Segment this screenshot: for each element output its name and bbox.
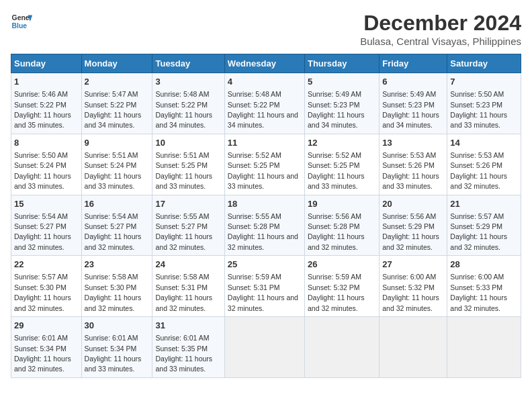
day-number: 22 [14, 259, 79, 271]
calendar-cell: 20Sunrise: 5:56 AMSunset: 5:29 PMDayligh… [380, 195, 447, 256]
calendar-table: SundayMondayTuesdayWednesdayThursdayFrid… [11, 54, 521, 378]
day-header-tuesday: Tuesday [152, 54, 224, 73]
cell-text: Sunrise: 6:00 AMSunset: 5:33 PMDaylight:… [450, 273, 507, 312]
cell-text: Sunrise: 5:49 AMSunset: 5:23 PMDaylight:… [382, 90, 439, 129]
calendar-week-row: 22Sunrise: 5:57 AMSunset: 5:30 PMDayligh… [11, 256, 521, 317]
cell-text: Sunrise: 5:48 AMSunset: 5:22 PMDaylight:… [228, 90, 298, 129]
cell-text: Sunrise: 5:55 AMSunset: 5:27 PMDaylight:… [155, 212, 212, 251]
day-number: 31 [155, 320, 221, 332]
calendar-week-row: 1Sunrise: 5:46 AMSunset: 5:22 PMDaylight… [11, 73, 521, 134]
day-number: 9 [85, 137, 150, 149]
day-number: 8 [14, 137, 79, 149]
cell-text: Sunrise: 5:48 AMSunset: 5:22 PMDaylight:… [155, 90, 212, 129]
cell-text: Sunrise: 5:49 AMSunset: 5:23 PMDaylight:… [308, 90, 365, 129]
cell-text: Sunrise: 6:01 AMSunset: 5:34 PMDaylight:… [14, 334, 71, 373]
calendar-cell: 2Sunrise: 5:47 AMSunset: 5:22 PMDaylight… [81, 73, 152, 134]
cell-text: Sunrise: 5:51 AMSunset: 5:25 PMDaylight:… [155, 151, 212, 190]
cell-text: Sunrise: 5:52 AMSunset: 5:25 PMDaylight:… [308, 151, 365, 190]
calendar-cell: 14Sunrise: 5:53 AMSunset: 5:26 PMDayligh… [447, 134, 521, 195]
cell-text: Sunrise: 5:57 AMSunset: 5:29 PMDaylight:… [450, 212, 507, 251]
cell-text: Sunrise: 5:59 AMSunset: 5:31 PMDaylight:… [228, 273, 298, 312]
subtitle: Bulasa, Central Visayas, Philippines [360, 36, 521, 47]
cell-text: Sunrise: 6:00 AMSunset: 5:32 PMDaylight:… [382, 273, 439, 312]
calendar-cell: 17Sunrise: 5:55 AMSunset: 5:27 PMDayligh… [152, 195, 224, 256]
day-number: 15 [14, 198, 79, 210]
day-number: 29 [14, 320, 79, 332]
day-number: 26 [308, 259, 376, 271]
calendar-cell: 11Sunrise: 5:52 AMSunset: 5:25 PMDayligh… [224, 134, 304, 195]
calendar-cell: 9Sunrise: 5:51 AMSunset: 5:24 PMDaylight… [81, 134, 152, 195]
page-header: General Blue December 2024 Bulasa, Centr… [11, 11, 521, 47]
day-number: 13 [382, 137, 444, 149]
day-number: 14 [450, 137, 518, 149]
day-number: 20 [382, 198, 444, 210]
cell-text: Sunrise: 5:58 AMSunset: 5:31 PMDaylight:… [155, 273, 212, 312]
cell-text: Sunrise: 5:59 AMSunset: 5:32 PMDaylight:… [308, 273, 365, 312]
cell-text: Sunrise: 5:54 AMSunset: 5:27 PMDaylight:… [14, 212, 71, 251]
main-title: December 2024 [360, 11, 521, 36]
day-number: 16 [85, 198, 150, 210]
cell-text: Sunrise: 5:50 AMSunset: 5:23 PMDaylight:… [450, 90, 507, 129]
calendar-cell: 15Sunrise: 5:54 AMSunset: 5:27 PMDayligh… [11, 195, 82, 256]
day-header-monday: Monday [81, 54, 152, 73]
cell-text: Sunrise: 5:53 AMSunset: 5:26 PMDaylight:… [382, 151, 439, 190]
calendar-cell: 13Sunrise: 5:53 AMSunset: 5:26 PMDayligh… [380, 134, 447, 195]
day-number: 27 [382, 259, 444, 271]
day-number: 18 [228, 198, 302, 210]
calendar-cell: 16Sunrise: 5:54 AMSunset: 5:27 PMDayligh… [81, 195, 152, 256]
day-number: 3 [155, 76, 221, 88]
calendar-header-row: SundayMondayTuesdayWednesdayThursdayFrid… [11, 54, 521, 73]
day-number: 11 [228, 137, 302, 149]
day-number: 5 [308, 76, 376, 88]
day-number: 4 [228, 76, 302, 88]
day-number: 1 [14, 76, 79, 88]
calendar-cell [380, 317, 447, 378]
day-header-wednesday: Wednesday [224, 54, 304, 73]
calendar-cell: 1Sunrise: 5:46 AMSunset: 5:22 PMDaylight… [11, 73, 82, 134]
calendar-cell: 8Sunrise: 5:50 AMSunset: 5:24 PMDaylight… [11, 134, 82, 195]
calendar-cell: 28Sunrise: 6:00 AMSunset: 5:33 PMDayligh… [447, 256, 521, 317]
day-number: 2 [85, 76, 150, 88]
cell-text: Sunrise: 5:56 AMSunset: 5:29 PMDaylight:… [382, 212, 439, 251]
calendar-cell: 25Sunrise: 5:59 AMSunset: 5:31 PMDayligh… [224, 256, 304, 317]
day-number: 10 [155, 137, 221, 149]
cell-text: Sunrise: 5:53 AMSunset: 5:26 PMDaylight:… [450, 151, 507, 190]
day-number: 25 [228, 259, 302, 271]
cell-text: Sunrise: 5:51 AMSunset: 5:24 PMDaylight:… [85, 151, 142, 190]
day-number: 7 [450, 76, 518, 88]
cell-text: Sunrise: 6:01 AMSunset: 5:35 PMDaylight:… [155, 334, 212, 373]
calendar-cell: 7Sunrise: 5:50 AMSunset: 5:23 PMDaylight… [447, 73, 521, 134]
calendar-cell [304, 317, 379, 378]
logo-icon: General Blue [11, 11, 32, 32]
calendar-cell [224, 317, 304, 378]
calendar-cell: 23Sunrise: 5:58 AMSunset: 5:30 PMDayligh… [81, 256, 152, 317]
day-number: 12 [308, 137, 376, 149]
cell-text: Sunrise: 5:58 AMSunset: 5:30 PMDaylight:… [85, 273, 142, 312]
day-number: 19 [308, 198, 376, 210]
day-header-sunday: Sunday [11, 54, 82, 73]
calendar-cell: 3Sunrise: 5:48 AMSunset: 5:22 PMDaylight… [152, 73, 224, 134]
calendar-cell: 21Sunrise: 5:57 AMSunset: 5:29 PMDayligh… [447, 195, 521, 256]
title-block: December 2024 Bulasa, Central Visayas, P… [360, 11, 521, 47]
logo: General Blue [11, 11, 32, 32]
calendar-cell: 10Sunrise: 5:51 AMSunset: 5:25 PMDayligh… [152, 134, 224, 195]
calendar-week-row: 8Sunrise: 5:50 AMSunset: 5:24 PMDaylight… [11, 134, 521, 195]
day-number: 30 [85, 320, 150, 332]
calendar-cell: 27Sunrise: 6:00 AMSunset: 5:32 PMDayligh… [380, 256, 447, 317]
calendar-week-row: 15Sunrise: 5:54 AMSunset: 5:27 PMDayligh… [11, 195, 521, 256]
day-number: 28 [450, 259, 518, 271]
day-number: 21 [450, 198, 518, 210]
day-header-saturday: Saturday [447, 54, 521, 73]
day-number: 17 [155, 198, 221, 210]
calendar-cell: 22Sunrise: 5:57 AMSunset: 5:30 PMDayligh… [11, 256, 82, 317]
cell-text: Sunrise: 5:56 AMSunset: 5:28 PMDaylight:… [308, 212, 365, 251]
calendar-cell: 12Sunrise: 5:52 AMSunset: 5:25 PMDayligh… [304, 134, 379, 195]
calendar-cell: 30Sunrise: 6:01 AMSunset: 5:34 PMDayligh… [81, 317, 152, 378]
calendar-cell: 19Sunrise: 5:56 AMSunset: 5:28 PMDayligh… [304, 195, 379, 256]
cell-text: Sunrise: 5:57 AMSunset: 5:30 PMDaylight:… [14, 273, 71, 312]
calendar-cell [447, 317, 521, 378]
cell-text: Sunrise: 5:50 AMSunset: 5:24 PMDaylight:… [14, 151, 71, 190]
calendar-cell: 24Sunrise: 5:58 AMSunset: 5:31 PMDayligh… [152, 256, 224, 317]
day-number: 23 [85, 259, 150, 271]
cell-text: Sunrise: 5:52 AMSunset: 5:25 PMDaylight:… [228, 151, 298, 190]
